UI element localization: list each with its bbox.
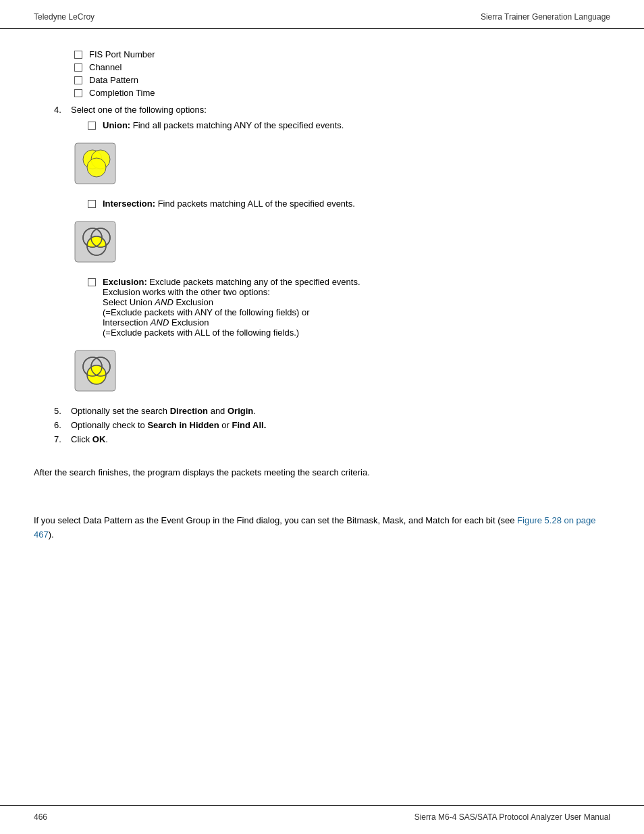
union-text: Union: Find all packets matching ANY of … — [103, 120, 344, 130]
step-7-num: 7. — [54, 434, 71, 444]
exclusion-item: Exclusion: Exclude packets matching any … — [88, 277, 610, 338]
exclusion-line2: Exclusion works with the other two optio… — [103, 287, 270, 297]
exclusion-main: Exclude packets matching any of the spec… — [147, 277, 360, 287]
step-4-num: 4. — [54, 105, 71, 115]
step-5-text: Optionally set the search Direction and … — [71, 406, 256, 416]
step-7-text: Click OK. — [71, 434, 108, 444]
checkbox-icon — [74, 89, 82, 97]
intersection-icon-container — [74, 221, 610, 265]
checkbox-icon — [74, 76, 82, 84]
exclusion-icon-container — [74, 350, 610, 394]
footer-page-number: 466 — [34, 812, 47, 822]
step-7: 7. Click OK. — [54, 434, 610, 444]
checkbox-icon — [88, 122, 96, 130]
checkbox-icon — [88, 278, 96, 286]
exclusion-text: Exclusion: Exclude packets matching any … — [103, 277, 360, 338]
union-item: Union: Find all packets matching ANY of … — [88, 120, 610, 130]
checkbox-icon — [74, 63, 82, 72]
checkbox-icon — [88, 200, 96, 208]
section-gap-2 — [34, 490, 610, 502]
intersection-item: Intersection: Find packets matching ALL … — [88, 199, 610, 209]
bullet-list: FIS Port Number Channel Data Pattern Com… — [74, 49, 610, 98]
checkbox-icon — [74, 51, 82, 59]
steps-5-7: 5. Optionally set the search Direction a… — [54, 406, 610, 444]
step-5: 5. Optionally set the search Direction a… — [54, 406, 610, 416]
union-bold: Union: — [103, 120, 130, 130]
step-5-num: 5. — [54, 406, 71, 416]
intersection-bold: Intersection: — [103, 199, 155, 209]
step-6: 6. Optionally check to Search in Hidden … — [54, 420, 610, 430]
list-item: FIS Port Number — [74, 49, 610, 59]
union-icon-container — [74, 142, 610, 186]
list-item: Completion Time — [74, 88, 610, 98]
page-header: Teledyne LeCroy Sierra Trainer Generatio… — [0, 0, 644, 29]
list-item-text: Data Pattern — [89, 75, 138, 85]
para-2-end: ). — [49, 529, 54, 540]
exclusion-venn-icon — [74, 350, 116, 392]
union-venn-icon — [74, 142, 116, 184]
list-item: Channel — [74, 62, 610, 72]
step-6-num: 6. — [54, 420, 71, 430]
step-4-text: Select one of the following options: — [71, 105, 207, 115]
section-gap-1 — [34, 454, 610, 466]
exclusion-line5: Intersection AND Exclusion — [103, 317, 209, 328]
list-item-text: Completion Time — [89, 88, 155, 98]
exclusion-line6: (=Exclude packets with ALL of the follow… — [103, 328, 299, 338]
header-right: Sierra Trainer Generation Language — [481, 12, 610, 22]
exclusion-line3: Select Union AND Exclusion — [103, 297, 213, 307]
header-left: Teledyne LeCroy — [34, 12, 95, 22]
intersection-venn-icon — [74, 221, 116, 263]
svg-point-3 — [87, 158, 106, 177]
step-6-text: Optionally check to Search in Hidden or … — [71, 420, 266, 430]
union-rest: Find all packets matching ANY of the spe… — [130, 120, 344, 130]
section-gap-3 — [34, 502, 610, 514]
para-2-start: If you select Data Pattern as the Event … — [34, 515, 517, 525]
para-1: After the search finishes, the program d… — [34, 466, 610, 480]
para-2: If you select Data Pattern as the Event … — [34, 514, 610, 542]
page-content: FIS Port Number Channel Data Pattern Com… — [0, 29, 644, 592]
intersection-text: Intersection: Find packets matching ALL … — [103, 199, 355, 209]
exclusion-bold: Exclusion: — [103, 277, 147, 287]
list-item: Data Pattern — [74, 75, 610, 85]
list-item-text: FIS Port Number — [89, 49, 155, 59]
step-4: 4. Select one of the following options: — [54, 105, 610, 115]
page-footer: 466 Sierra M6-4 SAS/SATA Protocol Analyz… — [0, 805, 644, 834]
exclusion-line4: (=Exclude packets with ANY of the follow… — [103, 307, 310, 317]
list-item-text: Channel — [89, 62, 122, 72]
intersection-rest: Find packets matching ALL of the specifi… — [155, 199, 355, 209]
footer-title: Sierra M6-4 SAS/SATA Protocol Analyzer U… — [414, 812, 610, 822]
